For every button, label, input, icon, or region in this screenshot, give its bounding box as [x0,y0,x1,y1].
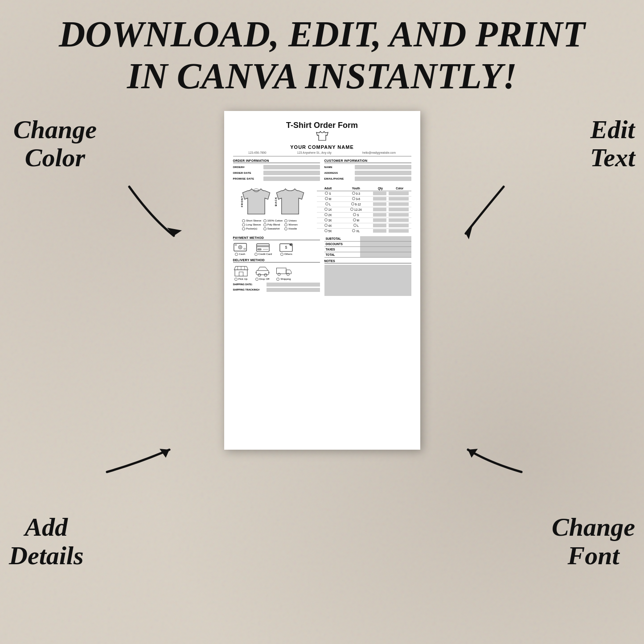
option-long-sleeve[interactable]: Long Sleeve [242,223,262,226]
totals-table: SUBTOTAL DISCOUNTS TAXES TOTAL [324,236,411,258]
option-unisex[interactable]: Unisex [284,219,304,222]
totals-notes-col: SUBTOTAL DISCOUNTS TAXES TOTAL [324,236,411,296]
total-label: TOTAL [324,252,360,257]
payment-section: PAYMENT METHOD [233,236,320,256]
svg-rect-12 [258,249,262,250]
doc-email: hello@reallygreatsite.com [362,151,396,154]
svg-marker-0 [167,228,182,236]
shipping-date-field[interactable] [267,283,320,287]
size-header-qty: Qty [373,186,388,191]
cash-label-row[interactable]: Cash [235,253,245,256]
size-row: 2X S [317,212,411,217]
svg-rect-10 [257,244,269,251]
dropoff-label-row[interactable]: Drop Off [255,278,270,281]
delivery-dropoff: Drop Off [254,264,271,281]
shipping-label: Shipping [280,278,291,280]
address-label: ADDRESS [324,172,355,174]
shipping-tracking-field[interactable] [267,288,320,292]
option-women[interactable]: Women [284,223,304,226]
taxes-value[interactable] [360,246,411,252]
order-info-col: ORDER INFORMATION ORDER# ORDER DATE PROM… [233,159,320,182]
name-label: NAME [324,166,355,168]
others-label: Others [284,253,292,255]
delivery-shipping: Shipping [276,264,292,281]
payment-icons-row: Cash [233,242,320,256]
size-row: S 0-3 [317,191,411,196]
doc-icon [233,131,411,144]
doc-address: 123 Anywhere St., Any city [297,151,332,154]
credit-card-label: Credit Card [258,253,272,255]
dropoff-label: Drop Off [259,278,270,280]
others-label-row[interactable]: Others [280,253,292,256]
svg-marker-3 [468,449,478,458]
svg-rect-11 [257,245,269,246]
email-phone-row: EMAIL/PHONE [324,176,411,181]
svg-point-6 [238,245,242,249]
doc-company-name: YOUR COMPANY NAME [233,144,411,150]
shipping-tracking-row: Shipping Tracking# [233,288,320,292]
subtotal-row: SUBTOTAL [324,236,411,242]
size-row: 1X 12-24 [317,207,411,212]
delivery-pickup: Pick Up [233,264,249,281]
option-sweatshirt[interactable]: Sweatshirt [263,227,283,230]
size-row: L 6-12 [317,201,411,207]
size-table: Adult Youth Qty Color S 0-3 [317,186,411,234]
pickup-label-row[interactable]: Pick Up [234,278,248,281]
svg-point-24 [264,274,267,276]
option-100-cotton[interactable]: 100% Cotton [263,219,283,222]
order-number-field[interactable] [263,165,320,169]
name-field[interactable] [355,165,411,169]
pickup-label: Pick Up [238,278,248,280]
shirt-options: Short Sleeve 100% Cotton Unisex Lon [242,219,304,230]
address-field[interactable] [355,171,411,175]
title-line2: IN CANVA INSTANTLY! [0,55,644,97]
payment-cash: Cash [233,242,247,256]
option-poly-blend[interactable]: Poly Blend [263,223,283,226]
size-header-adult: Adult [317,186,340,191]
shirts-row: FRONT BACK [241,186,306,217]
taxes-label: TAXES [324,246,360,252]
label-change-color: ChangeColor [13,115,97,172]
svg-point-28 [278,273,280,275]
subtotal-value[interactable] [360,236,411,242]
notes-field[interactable] [324,265,411,296]
size-header-youth: Youth [339,186,373,191]
credit-card-label-row[interactable]: Credit Card [254,253,272,256]
delivery-title: DELIVERY METHOD [233,258,320,263]
option-hoodie[interactable]: Hoodie [284,227,304,230]
front-shirt-wrapper: FRONT [241,186,272,217]
payment-credit-card: Credit Card [254,242,272,256]
order-date-label: ORDER DATE [233,172,263,174]
total-value[interactable] [360,252,411,257]
promise-date-field[interactable] [263,176,320,181]
option-pockets[interactable]: Pocket(s) [242,227,262,230]
svg-rect-27 [276,268,286,274]
payment-others: $ Others [279,242,293,256]
email-phone-field[interactable] [355,176,411,181]
order-date-field[interactable] [263,171,320,175]
name-row: NAME [324,165,411,169]
svg-marker-1 [466,226,472,239]
delivery-section: DELIVERY METHOD [233,258,320,292]
size-row: 3X M [317,217,411,223]
svg-text:$: $ [285,245,287,250]
discounts-label: DISCOUNTS [324,241,360,246]
shipping-label-row[interactable]: Shipping [276,278,291,281]
back-shirt-wrapper: BACK [275,186,306,217]
doc-phone: 123-456-7890 [248,151,266,154]
order-form-document: T-Shirt Order Form YOUR COMPANY NAME 123… [224,111,420,450]
label-edit-text: EditText [590,115,635,172]
order-number-row: ORDER# [233,165,320,169]
bottom-section: PAYMENT METHOD [233,236,411,296]
option-short-sleeve[interactable]: Short Sleeve [242,219,262,222]
svg-rect-8 [235,244,237,245]
order-info-title: ORDER INFORMATION [233,159,320,163]
notes-title: NOTES [324,259,411,263]
size-row: 4X L [317,223,411,228]
notes-section: NOTES [324,259,411,296]
main-title: DOWNLOAD, EDIT, AND PRINT IN CANVA INSTA… [0,0,644,98]
discounts-value[interactable] [360,241,411,246]
shipping-fields: Shipping Date: Shipping Tracking# [233,283,320,292]
svg-point-29 [287,273,289,275]
email-phone-label: EMAIL/PHONE [324,177,355,180]
